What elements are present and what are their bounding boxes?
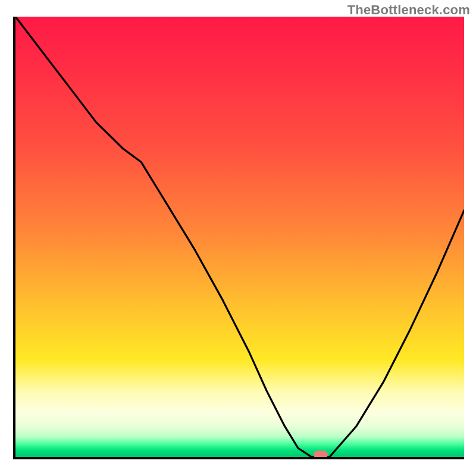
chart-frame: TheBottleneck.com [0, 0, 476, 476]
plot-area [13, 17, 464, 459]
optimal-marker [314, 451, 328, 459]
curve-path [15, 17, 464, 457]
bottleneck-curve [15, 17, 464, 457]
watermark-text: TheBottleneck.com [347, 2, 470, 18]
